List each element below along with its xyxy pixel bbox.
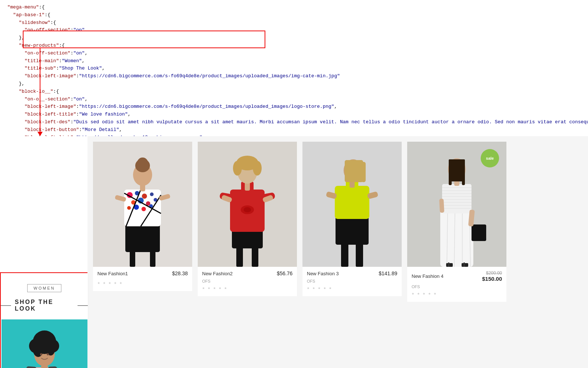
star-rating [302,283,402,291]
left-preview-wrapper: WOMEN SHOP THE LOOK [0,272,87,368]
product-info: New Fashion2 $56.76 [198,267,297,278]
code-line: }, [7,80,581,88]
code-line: }, [7,34,581,42]
svg-rect-105 [439,199,444,213]
star-4 [323,285,328,289]
product-image [302,142,402,267]
product-card[interactable]: New Fashion1 $28.38 [93,142,192,291]
original-price: $200.00 [486,270,502,276]
product-ofs: OFS [407,284,506,289]
svg-point-36 [150,192,154,196]
product-info: New Fashion 4 $200.00 $150.00 [407,267,506,284]
code-line-highlight-3: "block-left-image":"https://cdn6.bigcomm… [7,72,581,80]
svg-point-43 [141,207,146,211]
svg-rect-103 [472,224,486,241]
code-line: "ap-base-1":{ [7,11,581,19]
star-3 [423,290,427,295]
star-rating [198,283,297,291]
svg-point-51 [137,158,148,169]
svg-rect-101 [449,159,452,185]
svg-point-18 [29,339,44,353]
star-3 [108,280,113,284]
star-4 [219,285,223,289]
svg-rect-102 [462,159,465,185]
svg-rect-109 [463,262,465,267]
star-4 [114,280,118,284]
product-card[interactable]: New Fashion2 $56.76 OFS [198,142,297,296]
star-5 [119,280,124,284]
product-card[interactable]: sale [407,142,506,302]
code-editor: "mega-menu":{ "ap-base-1":{ "slideshow":… [0,0,588,136]
sale-badge: sale [481,149,499,167]
product-price: $141.89 [379,270,397,276]
star-rating [93,278,192,286]
svg-rect-80 [361,162,366,182]
product-ofs: OFS [302,279,402,283]
decorative-line-right [78,305,88,306]
code-line: "block-left-image":"https://cdn6.bigcomm… [7,103,581,111]
product-name: New Fashion 4 [412,273,444,279]
code-line: "block-left-title":"We love fashion", [7,111,581,118]
star-2 [312,285,317,289]
svg-rect-75 [335,186,369,219]
model-image [1,319,87,368]
code-line-highlight-1: "title-main":"Women", [7,57,581,65]
red-arrow [40,48,40,132]
star-2 [417,290,422,295]
product-name: New Fashion1 [97,271,128,276]
code-line: "block-left-button":"More Detail", [7,126,581,134]
svg-point-26 [40,353,42,355]
svg-point-35 [142,194,147,199]
star-5 [224,285,229,289]
code-line: "block-left-des":"Duis sed odio sit amet… [7,118,581,126]
product-ofs: OFS [198,279,297,283]
star-4 [428,290,433,295]
product-price: $56.76 [277,270,293,276]
product-price: $28.38 [172,270,188,276]
shop-look-heading: SHOP THE LOOK [1,299,88,312]
svg-rect-108 [448,262,449,267]
svg-point-70 [244,207,251,212]
star-1 [97,280,102,284]
svg-rect-72 [341,241,348,267]
price-column: $200.00 $150.00 [482,270,502,282]
svg-point-19 [46,339,59,353]
star-3 [318,285,322,289]
left-panel: WOMEN SHOP THE LOOK [1,273,88,368]
code-line: "mega-menu":{ [7,4,581,11]
star-5 [329,285,333,289]
sale-price: $150.00 [482,276,502,282]
code-line: "on-off-section":"on", [7,50,581,57]
svg-point-63 [233,161,242,176]
star-5 [434,290,438,295]
code-line: "on-off-section":"on" [7,26,581,34]
code-line: "block-lo__":{ [7,88,581,96]
code-line-highlight-2: "title-sub":"Shop The Look", [7,65,581,72]
bottom-section: WOMEN SHOP THE LOOK [0,136,588,368]
star-rating [407,289,506,296]
decorative-line-left [1,305,11,306]
product-card[interactable]: New Fashion 3 $141.89 OFS [302,142,402,296]
product-image [93,142,192,267]
code-line: "on-o__-section":"on", [7,96,581,103]
product-name: New Fashion 3 [307,271,339,276]
svg-point-41 [127,206,131,210]
product-name: New Fashion2 [202,271,233,276]
svg-point-27 [47,353,49,355]
svg-rect-89 [442,184,472,213]
star-1 [307,285,311,289]
model-svg [1,319,87,368]
shop-look-text: SHOP THE LOOK [15,299,74,312]
product-info: New Fashion 3 $141.89 [302,267,402,278]
code-line: "new-products":{ [7,42,581,50]
svg-rect-84 [440,210,473,267]
products-area: New Fashion1 $28.38 [87,136,588,368]
star-1 [202,285,207,289]
women-label: WOMEN [27,284,61,292]
svg-rect-31 [125,223,160,252]
star-1 [412,290,416,295]
code-line: "slideshow":{ [7,19,581,27]
svg-rect-74 [336,215,369,245]
star-2 [208,285,212,289]
star-3 [213,285,218,289]
